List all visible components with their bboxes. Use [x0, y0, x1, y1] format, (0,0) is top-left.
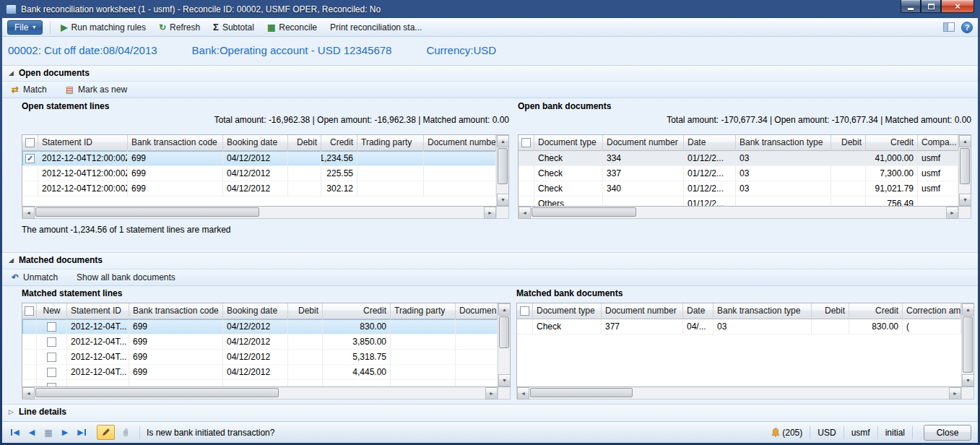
vertical-scrollbar[interactable]: [496, 135, 508, 206]
run-matching-rules-button[interactable]: ▶ Run matching rules: [58, 21, 149, 34]
scroll-down-button[interactable]: [962, 374, 974, 386]
column-header[interactable]: Debit: [831, 135, 866, 151]
table-row[interactable]: 2012-12-04T...69904/12/20125,318.75: [22, 350, 498, 365]
scroll-left-button[interactable]: [517, 387, 529, 399]
column-header[interactable]: Bank transaction type: [736, 135, 831, 151]
select-all-cell[interactable]: [517, 303, 533, 319]
layout-icon[interactable]: [943, 22, 955, 32]
column-header[interactable]: Bank transaction code: [128, 135, 223, 151]
scroll-up-button[interactable]: [959, 135, 971, 147]
scroll-right-button[interactable]: [485, 387, 498, 399]
reconcile-button[interactable]: ▦ Reconcile: [264, 21, 320, 34]
column-header[interactable]: Document number: [602, 303, 683, 319]
scrollbar-thumb[interactable]: [960, 148, 970, 184]
scrollbar-track[interactable]: [962, 316, 974, 374]
scroll-left-button[interactable]: [519, 207, 531, 219]
scrollbar-track[interactable]: [959, 147, 971, 194]
column-header[interactable]: Credit: [321, 135, 357, 151]
column-header[interactable]: Booking date: [223, 135, 288, 151]
mark-as-new-button[interactable]: ▤ Mark as new: [66, 85, 127, 95]
last-record-button[interactable]: ▶: [75, 425, 88, 440]
new-checkbox[interactable]: [47, 383, 56, 387]
column-header[interactable]: Date: [684, 135, 736, 151]
attachments-button[interactable]: [118, 425, 133, 440]
row-selector-cell[interactable]: [22, 166, 38, 181]
scroll-up-button[interactable]: [497, 135, 509, 147]
new-checkbox[interactable]: [47, 322, 56, 332]
row-selector-cell[interactable]: [22, 380, 37, 386]
column-header[interactable]: Debit: [288, 135, 321, 151]
scrollbar-track[interactable]: [35, 207, 484, 218]
select-all-cell[interactable]: [22, 303, 37, 319]
file-button[interactable]: File ▾: [7, 20, 43, 35]
column-header[interactable]: Document type: [534, 135, 603, 151]
table-row[interactable]: Check33701/12/2...037,300.00usmf: [519, 166, 958, 181]
column-header[interactable]: Correction amo...: [903, 303, 961, 319]
column-header[interactable]: Credit: [849, 303, 903, 319]
column-header[interactable]: Statement ID: [38, 135, 128, 151]
scroll-up-button[interactable]: [962, 303, 974, 316]
table-row[interactable]: 2012-12-04T...69904/12/20124,445.00: [22, 365, 498, 380]
edit-record-button[interactable]: [97, 425, 115, 440]
close-window-button[interactable]: ×: [941, 0, 974, 13]
minimize-button[interactable]: [901, 0, 921, 13]
scroll-left-button[interactable]: [22, 207, 35, 219]
grid-view-button[interactable]: ▦: [42, 425, 55, 440]
table-row[interactable]: 2012-12-04T12:00:00Z69904/12/20121,234.5…: [22, 151, 496, 166]
vertical-scrollbar[interactable]: [958, 135, 971, 206]
scrollbar-thumb[interactable]: [499, 316, 509, 348]
vertical-scrollbar[interactable]: [498, 303, 510, 386]
table-row[interactable]: 2012-12-04T12:00:00Z69904/12/2012302.12: [22, 181, 496, 196]
row-checkbox[interactable]: [25, 154, 35, 163]
scrollbar-track[interactable]: [531, 207, 946, 218]
column-header[interactable]: Credit: [323, 303, 391, 319]
select-all-cell[interactable]: [22, 135, 38, 151]
close-button[interactable]: Close: [924, 425, 971, 441]
select-all-cell[interactable]: [519, 135, 534, 151]
show-all-bank-documents-button[interactable]: Show all bank documents: [77, 272, 175, 282]
scroll-up-button[interactable]: [498, 303, 511, 316]
table-row[interactable]: Check34001/12/2...0391,021.79usmf: [519, 181, 958, 196]
match-button[interactable]: ⇄ Match: [12, 85, 47, 95]
row-selector-cell[interactable]: [22, 365, 37, 380]
row-selector-cell[interactable]: [22, 350, 37, 365]
row-selector-cell[interactable]: [519, 181, 534, 196]
row-selector-cell[interactable]: [22, 151, 38, 166]
column-header[interactable]: Statement ID: [67, 303, 129, 319]
horizontal-scrollbar[interactable]: [22, 207, 509, 219]
select-all-checkbox[interactable]: [25, 306, 34, 316]
table-row[interactable]: 2012-12-04T...69904/12/20123,850.00: [22, 334, 498, 350]
column-header[interactable]: Credit: [866, 135, 918, 151]
company-indicator[interactable]: usmf: [851, 428, 870, 438]
matched-documents-section-header[interactable]: ◢ Matched documents: [2, 252, 978, 267]
row-selector-cell[interactable]: [22, 319, 37, 334]
scrollbar-thumb[interactable]: [532, 207, 636, 217]
new-checkbox[interactable]: [47, 337, 56, 347]
table-row[interactable]: Check37704/...03830.00(: [517, 319, 961, 334]
vertical-scrollbar[interactable]: [961, 303, 974, 386]
column-header[interactable]: Booking date: [223, 303, 288, 319]
column-header[interactable]: Document numbe...: [424, 135, 496, 151]
print-reconciliation-button[interactable]: Print reconciliation sta...: [327, 21, 425, 34]
scroll-left-button[interactable]: [22, 387, 35, 399]
column-header[interactable]: Trading party: [357, 135, 424, 151]
row-selector-cell[interactable]: [519, 196, 534, 206]
subtotal-button[interactable]: Σ Subtotal: [210, 21, 257, 34]
scroll-right-button[interactable]: [484, 207, 496, 219]
column-header[interactable]: Bank transaction type: [714, 303, 812, 319]
new-checkbox[interactable]: [47, 353, 56, 362]
table-row[interactable]: 2012-12-04T...69904/12/2012830.00: [22, 319, 498, 334]
column-header[interactable]: Document type: [533, 303, 602, 319]
refresh-button[interactable]: ↻ Refresh: [156, 21, 203, 34]
notifications-button[interactable]: (205): [771, 428, 802, 438]
table-row[interactable]: Check33401/12/2...0341,000.00usmf: [519, 151, 958, 166]
scroll-right-button[interactable]: [946, 207, 958, 219]
scrollbar-thumb[interactable]: [498, 148, 508, 184]
column-header[interactable]: Documen...: [456, 303, 498, 319]
scroll-right-button[interactable]: [949, 387, 961, 399]
table-row[interactable]: Others01/12/2...756.49: [519, 196, 958, 206]
help-icon[interactable]: ?: [961, 22, 973, 33]
column-header[interactable]: Debit: [288, 303, 323, 319]
first-record-button[interactable]: ◀: [9, 425, 22, 440]
select-all-checkbox[interactable]: [25, 138, 35, 147]
